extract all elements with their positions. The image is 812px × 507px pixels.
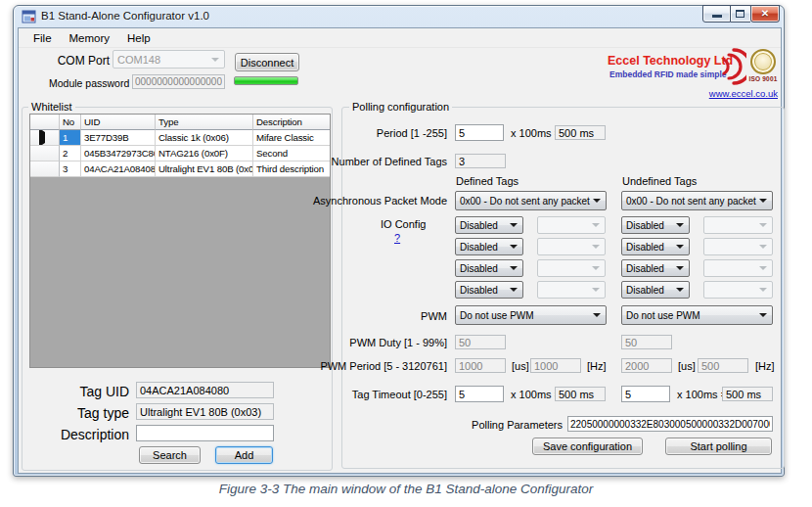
pwm-period-defined-us-field	[455, 358, 506, 373]
io-config-help-link[interactable]: ?	[394, 232, 400, 244]
disconnect-button[interactable]: Disconnect	[235, 53, 299, 71]
add-button[interactable]: Add	[215, 446, 273, 464]
chevron-down-icon	[676, 245, 684, 249]
description-label: Description	[41, 427, 129, 442]
chevron-down-icon	[592, 266, 600, 270]
io0-defined-param-select	[537, 216, 606, 234]
chevron-down-icon	[759, 313, 767, 317]
minimize-button[interactable]	[702, 5, 731, 23]
pwm-defined-value: Do not use PWM	[460, 310, 534, 321]
async-undefined-value: 0x00 - Do not sent any packet	[626, 196, 756, 207]
period-result-field	[555, 125, 606, 140]
async-defined-select[interactable]: 0x00 - Do not sent any packet	[455, 191, 607, 210]
start-polling-label: Start polling	[690, 440, 746, 452]
close-button[interactable]: ✕	[750, 5, 780, 23]
minimize-icon	[712, 15, 722, 18]
io3-defined-select[interactable]: Disabled	[455, 281, 523, 299]
chevron-down-icon	[676, 223, 684, 227]
maximize-button[interactable]	[731, 5, 750, 23]
com-port-select: COM148	[113, 50, 225, 69]
row-selector[interactable]	[30, 146, 60, 161]
start-polling-button[interactable]: Start polling	[665, 438, 772, 455]
io2-defined-value: Disabled	[460, 263, 498, 274]
tag-timeout-undefined-input[interactable]	[621, 386, 670, 402]
iso-9001-badge: ISO 9001	[748, 49, 778, 82]
header-row-selector	[30, 115, 60, 130]
description-field[interactable]	[136, 425, 274, 441]
chevron-down-icon	[593, 199, 601, 203]
tag-uid-label: Tag UID	[51, 384, 129, 399]
pwm-defined-select[interactable]: Do not use PWM	[455, 305, 607, 325]
io2-undefined-value: Disabled	[626, 263, 664, 274]
radio-waves-icon	[721, 48, 746, 85]
io1-undefined-value: Disabled	[626, 242, 664, 253]
undefined-us-label: [us]	[678, 360, 696, 372]
header-no[interactable]: No	[60, 115, 81, 130]
io3-defined-value: Disabled	[460, 285, 498, 296]
io2-defined-param-select	[537, 259, 606, 277]
tag-timeout-defined-result	[555, 387, 606, 401]
chevron-down-icon	[759, 266, 767, 270]
cell-uid[interactable]: 3E77D39B	[81, 130, 156, 146]
cell-uid[interactable]: 045B3472973C80	[81, 146, 156, 161]
io1-defined-value: Disabled	[460, 242, 498, 253]
period-label: Period [1 -255]	[302, 127, 447, 139]
window-title: B1 Stand-Alone Configurator v1.0	[41, 10, 209, 22]
chevron-down-icon	[759, 288, 767, 292]
io2-defined-select[interactable]: Disabled	[455, 259, 523, 277]
row-selector[interactable]	[30, 161, 60, 177]
io0-undefined-select[interactable]: Disabled	[621, 216, 690, 234]
polling-params-field[interactable]	[567, 416, 773, 432]
chevron-down-icon	[592, 288, 600, 292]
title-bar[interactable]: B1 Stand-Alone Configurator v1.0 ✕	[14, 6, 784, 27]
search-button[interactable]: Search	[139, 446, 201, 464]
cell-type[interactable]: Classic 1k (0x06)	[156, 130, 253, 146]
figure-caption: Figure 3-3 The main window of the B1 Sta…	[0, 482, 812, 496]
search-label: Search	[153, 449, 187, 461]
async-undefined-select[interactable]: 0x00 - Do not sent any packet	[621, 191, 773, 210]
close-icon: ✕	[751, 8, 779, 19]
com-port-value: COM148	[117, 54, 160, 66]
io0-undefined-param-select	[703, 216, 773, 234]
pwm-duty-defined-field	[455, 335, 506, 349]
chevron-down-icon	[592, 245, 600, 249]
io1-undefined-select[interactable]: Disabled	[621, 238, 690, 255]
cell-no[interactable]: 2	[60, 146, 81, 161]
save-configuration-button[interactable]: Save configuration	[532, 438, 643, 455]
header-uid[interactable]: UID	[81, 115, 156, 130]
module-password-label: Module password	[49, 77, 129, 89]
pwm-undefined-select[interactable]: Do not use PWM	[621, 305, 773, 325]
menu-help[interactable]: Help	[118, 30, 159, 46]
io0-defined-select[interactable]: Disabled	[455, 216, 523, 234]
row-selector[interactable]	[30, 130, 60, 146]
defined-hz-label: [Hz]	[587, 360, 607, 372]
chevron-down-icon	[759, 199, 767, 203]
whitelist-table[interactable]: No UID Type Description 1 3E77D39B Class…	[29, 114, 331, 368]
cell-no[interactable]: 3	[60, 161, 81, 177]
cell-uid[interactable]: 04ACA21A084080	[81, 161, 156, 177]
cell-type[interactable]: NTAG216 (0x0F)	[156, 146, 253, 161]
io2-undefined-param-select	[703, 259, 773, 277]
chevron-down-icon	[592, 223, 600, 227]
current-row-arrow-icon	[39, 130, 45, 146]
header-type[interactable]: Type	[156, 115, 253, 130]
cell-type[interactable]: Ultralight EV1 80B (0x03)	[156, 161, 253, 177]
defined-tags-header: Defined Tags	[456, 175, 519, 187]
menu-file[interactable]: File	[24, 30, 61, 46]
io2-undefined-select[interactable]: Disabled	[621, 259, 690, 277]
website-link[interactable]: www.eccel.co.uk	[699, 88, 778, 99]
app-window: B1 Stand-Alone Configurator v1.0 ✕ File …	[13, 5, 785, 477]
io3-undefined-select[interactable]: Disabled	[621, 281, 690, 299]
chevron-down-icon	[510, 223, 518, 227]
cell-no[interactable]: 1	[60, 130, 81, 146]
tag-timeout-defined-input[interactable]	[455, 386, 504, 402]
pwm-period-undefined-hz-field	[698, 358, 748, 373]
chevron-down-icon	[211, 58, 219, 62]
disconnect-label: Disconnect	[241, 57, 293, 69]
defined-us-label: [us]	[512, 360, 529, 372]
menu-memory[interactable]: Memory	[61, 30, 119, 46]
menu-bar: File Memory Help	[19, 28, 781, 48]
num-tags-label: Number of Defined Tags	[302, 156, 447, 167]
io1-defined-select[interactable]: Disabled	[455, 238, 523, 255]
period-input[interactable]	[455, 124, 504, 141]
